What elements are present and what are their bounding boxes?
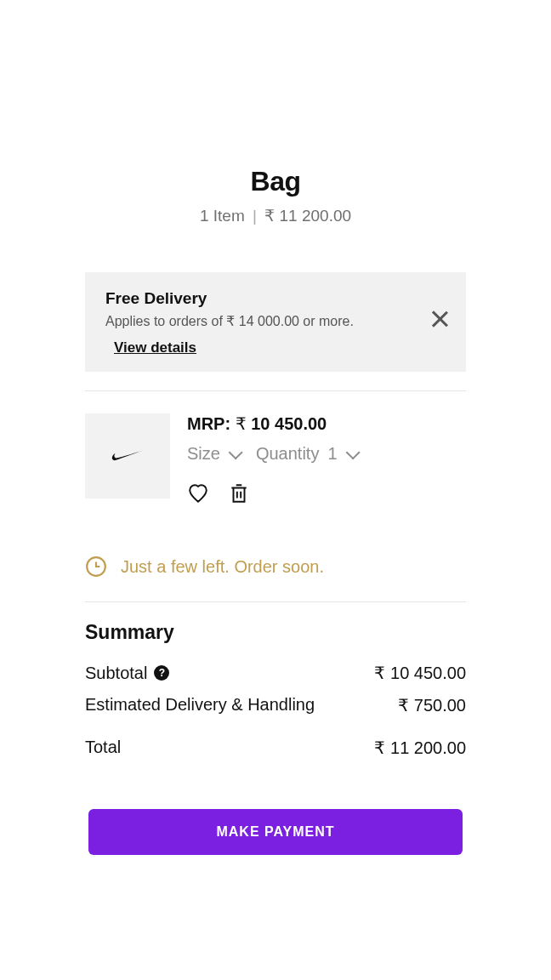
chevron-down-icon (229, 445, 243, 459)
divider (85, 601, 466, 602)
subtotal-row: Subtotal ? ₹ 10 450.00 (85, 663, 466, 683)
item-count: 1 Item (200, 207, 245, 225)
size-selector[interactable]: Size (187, 444, 239, 464)
divider (85, 390, 466, 391)
delivery-value: ₹ 750.00 (398, 695, 466, 715)
free-delivery-banner: Free Delivery Applies to orders of ₹ 14 … (85, 272, 466, 372)
banner-title: Free Delivery (105, 289, 446, 308)
delivery-row: Estimated Delivery & Handling ₹ 750.00 (85, 695, 466, 715)
close-icon[interactable] (430, 310, 449, 328)
urgency-text: Just a few left. Order soon. (121, 557, 324, 577)
favorite-button[interactable] (187, 482, 209, 504)
quantity-value: 1 (327, 444, 337, 464)
total-row: Total ₹ 11 200.00 (85, 738, 466, 758)
product-thumbnail[interactable] (85, 413, 170, 499)
total-value: ₹ 11 200.00 (374, 738, 466, 758)
view-details-link[interactable]: View details (114, 339, 196, 356)
page-title: Bag (85, 166, 466, 197)
info-icon[interactable]: ? (154, 665, 169, 681)
nike-swoosh-icon (111, 448, 145, 464)
urgency-message: Just a few left. Order soon. (85, 556, 466, 578)
size-label: Size (187, 444, 220, 464)
total-label: Total (85, 738, 121, 758)
make-payment-button[interactable]: MAKE PAYMENT (88, 809, 463, 855)
cart-item: MRP: ₹ 10 450.00 Size Quantity 1 (85, 410, 466, 504)
subtotal-label: Subtotal (85, 664, 147, 683)
subtotal-value: ₹ 10 450.00 (374, 663, 466, 683)
delivery-label: Estimated Delivery & Handling (85, 695, 315, 715)
summary-title: Summary (85, 621, 466, 644)
quantity-selector[interactable]: Quantity 1 (256, 444, 356, 464)
heart-icon (187, 482, 209, 504)
bag-subtitle: 1 Item | ₹ 11 200.00 (85, 206, 466, 225)
separator: | (253, 207, 257, 225)
quantity-label: Quantity (256, 444, 319, 464)
delete-button[interactable] (228, 482, 250, 504)
chevron-down-icon (345, 445, 360, 459)
banner-subtitle: Applies to orders of ₹ 14 000.00 or more… (105, 313, 446, 329)
clock-icon (85, 556, 107, 578)
item-mrp: MRP: ₹ 10 450.00 (187, 413, 466, 434)
bag-total: ₹ 11 200.00 (264, 207, 351, 225)
trash-icon (228, 482, 250, 504)
